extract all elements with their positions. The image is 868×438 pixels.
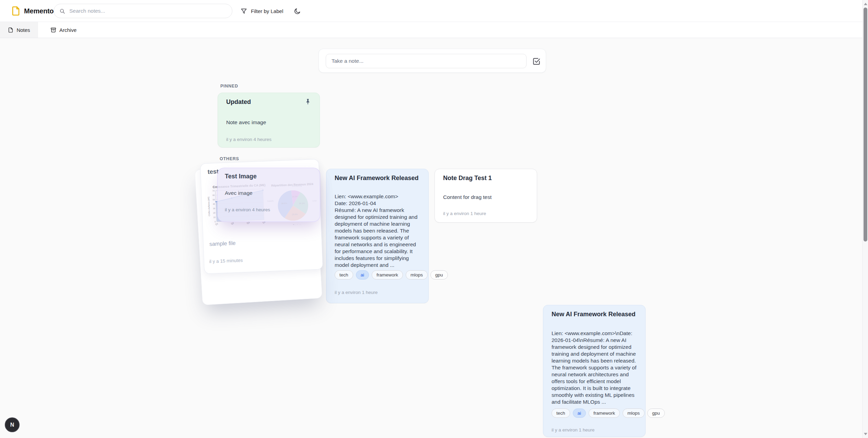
- filter-funnel-icon: [241, 8, 247, 14]
- tab-notes[interactable]: Notes: [0, 22, 38, 38]
- filter-by-label-button[interactable]: Filter by Label: [238, 4, 286, 18]
- tag-ai: ai: [356, 270, 369, 280]
- note-card-ai-framework[interactable]: New AI Framework Released Lien: <www.exa…: [326, 169, 429, 303]
- svg-text:30: 30: [213, 208, 215, 210]
- drag-ghost-note-card[interactable]: Test Image Avec image il y a environ 4 h…: [217, 168, 320, 222]
- note-title: New AI Framework Released: [552, 311, 635, 318]
- tab-notes-label: Notes: [16, 27, 30, 33]
- note-composer: Take a note...: [319, 49, 546, 73]
- scrollbar-thumb[interactable]: [864, 8, 867, 241]
- tags-row: tech ai framework mlops gpu: [552, 409, 665, 418]
- svg-text:10: 10: [213, 216, 216, 218]
- section-label-others: OTHERS: [220, 156, 239, 161]
- check-square-icon: [532, 57, 542, 66]
- svg-text:Q1: Q1: [215, 222, 219, 226]
- svg-text:50: 50: [212, 199, 215, 201]
- take-note-placeholder: Take a note...: [332, 58, 363, 64]
- take-note-input[interactable]: Take a note...: [326, 54, 526, 68]
- pin-icon[interactable]: [304, 97, 313, 106]
- search-icon: [59, 8, 65, 14]
- svg-text:Q2: Q2: [231, 222, 234, 225]
- search-input[interactable]: Search notes...: [54, 4, 232, 18]
- vertical-scrollbar[interactable]: [862, 0, 868, 438]
- search-placeholder: Search notes...: [69, 8, 105, 14]
- tag-gpu: gpu: [647, 409, 665, 418]
- app-logo-note-icon: [12, 6, 20, 16]
- tag-tech: tech: [552, 409, 570, 418]
- section-label-pinned: PINNED: [220, 84, 238, 88]
- note-content: Note avec image: [226, 119, 311, 126]
- moon-icon: [294, 8, 301, 15]
- page-title: Memento: [24, 7, 54, 15]
- tag-gpu: gpu: [430, 270, 448, 280]
- archive-box-icon: [50, 27, 56, 33]
- tag-ai: ai: [573, 409, 586, 418]
- user-avatar-button[interactable]: N: [5, 417, 20, 432]
- tags-row: tech ai framework mlops gpu: [335, 270, 448, 280]
- tag-framework: framework: [589, 409, 620, 418]
- tag-tech: tech: [335, 270, 353, 280]
- note-title: New AI Framework Released: [335, 175, 418, 182]
- note-content: Lien: <www.example.com> Date: 2026-01-04…: [335, 193, 420, 269]
- new-checklist-button[interactable]: [532, 57, 542, 66]
- tag-mlops: mlops: [406, 270, 428, 280]
- note-content: Content for drag test: [443, 194, 529, 201]
- svg-text:20: 20: [213, 212, 216, 214]
- note-title: Updated: [226, 98, 251, 106]
- note-content: Lien: <www.example.com>\nDate: 2026-01-0…: [552, 330, 637, 405]
- note-file-icon: [8, 27, 13, 33]
- tab-archive-label: Archive: [59, 27, 77, 33]
- svg-text:60: 60: [212, 194, 215, 196]
- note-content: Avec image: [225, 190, 253, 196]
- scrollbar-up-arrow-icon[interactable]: [864, 3, 867, 5]
- note-timestamp: il y a environ 4 heures: [226, 137, 271, 142]
- avatar-initial: N: [10, 422, 14, 428]
- note-title: Note Drag Test 1: [443, 175, 492, 182]
- note-timestamp: il y a environ 1 heure: [335, 290, 378, 295]
- app-header: Memento Search notes... Filter by Label: [0, 0, 868, 22]
- note-card-drag-test[interactable]: Note Drag Test 1 Content for drag test i…: [435, 169, 537, 223]
- tag-mlops: mlops: [623, 409, 645, 418]
- note-timestamp: il y a environ 4 heures: [225, 207, 270, 212]
- svg-text:0: 0: [215, 221, 216, 223]
- svg-text:Services: Services: [293, 224, 301, 226]
- note-card-ai-framework-bottom[interactable]: New AI Framework Released Lien: <www.exa…: [543, 305, 646, 437]
- tab-bar: Notes Archive: [0, 22, 868, 38]
- scrollbar-down-arrow-icon[interactable]: [864, 433, 867, 435]
- note-timestamp: il y a environ 1 heure: [443, 211, 486, 216]
- note-title: Test Image: [225, 173, 257, 180]
- note-card-updated[interactable]: Updated Note avec image il y a environ 4…: [218, 93, 320, 147]
- theme-toggle-button[interactable]: [291, 5, 303, 17]
- filter-by-label-text: Filter by Label: [251, 8, 283, 14]
- tab-archive[interactable]: Archive: [38, 22, 89, 38]
- svg-text:70: 70: [212, 190, 215, 192]
- svg-text:40: 40: [213, 203, 215, 205]
- note-timestamp: il y a 15 minutes: [209, 258, 243, 264]
- tag-framework: framework: [372, 270, 403, 280]
- svg-text:Chiffre d'affaires (M€): Chiffre d'affaires (M€): [208, 197, 210, 216]
- note-content: sample file: [209, 240, 236, 247]
- brand: Memento: [12, 0, 54, 22]
- note-timestamp: il y a environ 1 heure: [552, 427, 594, 433]
